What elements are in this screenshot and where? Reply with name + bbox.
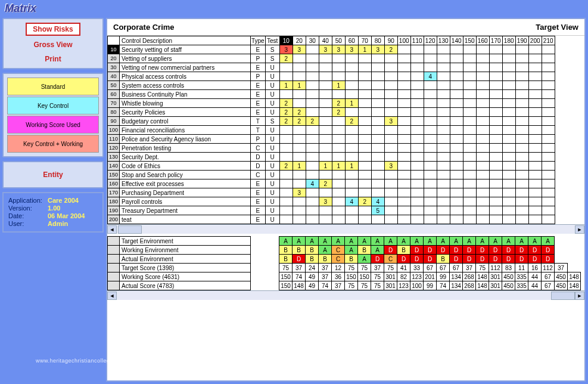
cell-empty[interactable] (476, 153, 489, 162)
cell-empty[interactable] (319, 188, 332, 197)
summary-cell[interactable]: C (332, 255, 345, 264)
cell-empty[interactable] (371, 108, 384, 117)
cell-empty[interactable] (528, 99, 542, 108)
summary-cell[interactable]: 37 (319, 264, 332, 272)
cell-empty[interactable] (489, 144, 502, 153)
cell-empty[interactable] (489, 126, 502, 135)
cell-empty[interactable] (358, 99, 371, 108)
summary-cell[interactable]: 36 (332, 272, 345, 281)
cell-empty[interactable] (463, 108, 476, 117)
summary-cell[interactable]: 67 (542, 281, 555, 290)
cell-empty[interactable] (410, 153, 424, 162)
summary-cell[interactable]: A (489, 237, 502, 246)
cell-empty[interactable] (489, 108, 502, 117)
cell-empty[interactable] (279, 215, 293, 224)
cell-empty[interactable] (424, 45, 437, 54)
cell-value[interactable]: 4 (371, 197, 384, 206)
cell-value[interactable]: 2 (293, 117, 306, 126)
cell-empty[interactable] (424, 135, 437, 144)
cell-empty[interactable] (358, 108, 371, 117)
cell-empty[interactable] (306, 54, 319, 63)
cell-empty[interactable] (319, 215, 332, 224)
cell-empty[interactable] (332, 54, 345, 63)
cell-empty[interactable] (384, 63, 397, 72)
summary-cell[interactable]: D (410, 255, 424, 264)
cell-empty[interactable] (410, 54, 424, 63)
cell-empty[interactable] (424, 179, 437, 188)
summary-cell[interactable]: A (332, 237, 345, 246)
cell-empty[interactable] (463, 153, 476, 162)
cell-empty[interactable] (528, 135, 542, 144)
col-bin[interactable]: 180 (502, 36, 515, 45)
cell-empty[interactable] (306, 108, 319, 117)
row-num[interactable]: 200 (108, 215, 120, 224)
cell-empty[interactable] (332, 144, 345, 153)
summary-cell[interactable]: A (515, 237, 528, 246)
summary-cell[interactable]: A (542, 237, 555, 246)
cell-empty[interactable] (332, 206, 345, 215)
cell-empty[interactable] (410, 108, 424, 117)
cell-empty[interactable] (306, 153, 319, 162)
cell-desc[interactable]: Treasury Department (120, 206, 251, 215)
cell-empty[interactable] (542, 81, 555, 90)
cell-empty[interactable] (410, 144, 424, 153)
cell-empty[interactable] (306, 188, 319, 197)
cell-empty[interactable] (397, 197, 410, 206)
cell-value[interactable]: 1 (319, 162, 332, 171)
cell-empty[interactable] (463, 90, 476, 99)
cell-empty[interactable] (358, 54, 371, 63)
cell-empty[interactable] (476, 72, 489, 81)
summary-cell[interactable]: 301 (384, 272, 397, 281)
cell-empty[interactable] (515, 54, 528, 63)
summary-cell[interactable]: 67 (542, 272, 555, 281)
cell-empty[interactable] (345, 171, 358, 179)
cell-empty[interactable] (345, 81, 358, 90)
cell-empty[interactable] (450, 63, 463, 72)
cell-empty[interactable] (319, 153, 332, 162)
cell-empty[interactable] (293, 99, 306, 108)
cell-empty[interactable] (437, 135, 450, 144)
cell-test[interactable]: U (265, 126, 279, 135)
cell-empty[interactable] (489, 54, 502, 63)
cell-empty[interactable] (528, 215, 542, 224)
summary-cell[interactable]: A (371, 246, 384, 255)
summary-cell[interactable]: A (358, 237, 371, 246)
cell-empty[interactable] (502, 99, 515, 108)
cell-empty[interactable] (515, 108, 528, 117)
cell-desc[interactable]: Security Dept. (120, 153, 251, 162)
cell-empty[interactable] (476, 206, 489, 215)
cell-empty[interactable] (542, 188, 555, 197)
summary-cell[interactable]: 123 (410, 272, 424, 281)
cell-empty[interactable] (397, 72, 410, 81)
cell-empty[interactable] (450, 126, 463, 135)
cell-empty[interactable] (489, 81, 502, 90)
cell-empty[interactable] (542, 117, 555, 126)
cell-test[interactable]: U (265, 135, 279, 144)
cell-empty[interactable] (358, 126, 371, 135)
cell-empty[interactable] (397, 117, 410, 126)
cell-empty[interactable] (528, 171, 542, 179)
summary-cell[interactable]: D (450, 255, 463, 264)
cell-empty[interactable] (319, 144, 332, 153)
cell-empty[interactable] (424, 144, 437, 153)
cell-empty[interactable] (502, 45, 515, 54)
cell-value[interactable]: 2 (319, 179, 332, 188)
cell-type[interactable]: E (251, 108, 266, 117)
cell-empty[interactable] (463, 188, 476, 197)
show-risks-button[interactable]: Show Risks (26, 23, 80, 36)
cell-empty[interactable] (450, 188, 463, 197)
cell-empty[interactable] (528, 197, 542, 206)
cell-empty[interactable] (476, 99, 489, 108)
cell-value[interactable]: 4 (306, 179, 319, 188)
cell-empty[interactable] (397, 126, 410, 135)
cell-empty[interactable] (371, 188, 384, 197)
cell-empty[interactable] (476, 117, 489, 126)
cell-empty[interactable] (371, 63, 384, 72)
cell-empty[interactable] (437, 197, 450, 206)
cell-empty[interactable] (345, 179, 358, 188)
col-bin[interactable]: 70 (358, 36, 371, 45)
scroll-thumb[interactable] (551, 292, 575, 300)
cell-empty[interactable] (502, 206, 515, 215)
cell-test[interactable]: U (265, 72, 279, 81)
summary-cell[interactable]: D (371, 255, 384, 264)
